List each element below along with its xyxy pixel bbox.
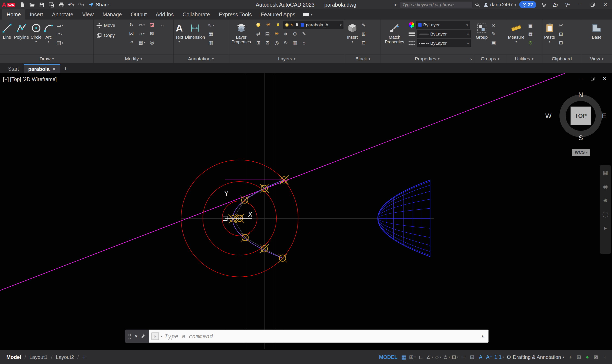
base-view-button[interactable]: Base — [591, 21, 602, 53]
color-wheel-icon[interactable] — [408, 22, 415, 28]
annotation-visibility-toggle[interactable]: A — [476, 352, 485, 362]
viewcube[interactable]: TOP N S W E — [544, 90, 610, 143]
new-layout-button[interactable]: + — [79, 354, 89, 361]
autoscale-toggle[interactable]: A⁺ — [485, 352, 493, 362]
restore-button[interactable] — [588, 0, 598, 9]
erase-button[interactable]: ◪ — [148, 21, 156, 29]
offset-button[interactable]: ◎ — [148, 38, 156, 46]
snap-toggle[interactable]: ⊞▾ — [408, 352, 417, 362]
array-button[interactable]: ▦▾ — [137, 38, 146, 46]
panel-label-draw[interactable]: Draw ▾ — [0, 54, 94, 63]
viewport-visual-style-control[interactable]: [2D Wireframe] — [22, 76, 57, 82]
layer-walk-button[interactable]: ⊠ — [263, 39, 272, 47]
linetype-dropdown[interactable]: ByLayer ▾ — [417, 39, 471, 47]
isodraft-toggle[interactable]: ◇▾ — [434, 352, 442, 362]
tab-featured-apps[interactable]: Featured Apps — [256, 9, 300, 20]
pan-icon[interactable]: ◉ — [603, 183, 608, 190]
customization-button[interactable]: ≡ — [600, 352, 609, 362]
tab-view[interactable]: View — [78, 9, 98, 20]
graphics-performance-button[interactable]: ● — [583, 352, 592, 362]
ortho-toggle[interactable]: ∟ — [417, 352, 425, 362]
viewport-view-control[interactable]: [Top] — [10, 76, 21, 82]
compass-south[interactable]: S — [576, 134, 585, 142]
plot-button[interactable] — [57, 1, 66, 9]
model-space-button[interactable]: MODEL — [377, 354, 400, 360]
save-as-button[interactable] — [47, 1, 56, 9]
copy-button[interactable]: Copy — [95, 31, 125, 40]
drawing-minimize-icon[interactable]: ─ — [577, 76, 584, 82]
line-button[interactable]: Line — [2, 21, 12, 53]
layer-freeze-button[interactable]: ☀ — [272, 30, 281, 38]
layer-thaw-toggle[interactable]: ☀ — [264, 21, 272, 29]
autocad-logo[interactable]: A CAD — [2, 1, 15, 8]
compass-north[interactable]: N — [576, 91, 585, 99]
command-input[interactable] — [164, 333, 478, 339]
store-button[interactable] — [539, 1, 548, 9]
ribbon-display-toggle[interactable]: ▾ — [303, 9, 313, 20]
command-history-toggle-icon[interactable]: ▲ — [481, 334, 485, 338]
ellipse-button[interactable]: ○▾ — [55, 30, 64, 38]
properties-dialog-launcher-icon[interactable]: ↘ — [469, 57, 472, 61]
search-icon[interactable] — [475, 2, 480, 7]
full-navigation-wheel-icon[interactable]: ▦ — [603, 169, 608, 176]
lineweight-list-icon[interactable] — [408, 32, 415, 36]
undo-button[interactable]: ↶ ▾ — [67, 1, 76, 9]
save-button[interactable] — [38, 1, 46, 9]
layer-previous-button[interactable]: ⊞ — [254, 39, 263, 47]
annotation-monitor-button[interactable]: ⊞ — [574, 352, 583, 362]
text-button[interactable]: A Text ▾ — [175, 21, 183, 53]
edit-attributes-button[interactable]: ✎ — [359, 21, 368, 29]
panel-label-layers[interactable]: Layers ▾ — [228, 54, 345, 63]
isolate-objects-button[interactable]: + — [566, 352, 574, 362]
measure-button[interactable]: Measure ▾ — [508, 21, 525, 53]
object-color-dropdown[interactable]: ByLayer ▾ — [416, 21, 470, 29]
arc-button[interactable]: Arc ▾ — [43, 21, 54, 53]
move-button[interactable]: Move — [95, 21, 125, 30]
quick-select-button[interactable]: ▣ — [526, 21, 535, 29]
new-drawing-tab-button[interactable]: + — [60, 64, 71, 73]
tab-home[interactable]: Home — [2, 9, 25, 20]
search-input[interactable] — [400, 1, 472, 8]
minimize-button[interactable]: ─ — [575, 0, 585, 9]
panel-label-block[interactable]: Block ▾ — [345, 54, 380, 63]
group-selection-button[interactable]: ▣ — [490, 39, 498, 47]
layout2-tab[interactable]: Layout2 — [53, 354, 77, 360]
tab-collaborate[interactable]: Collaborate — [178, 9, 214, 20]
insert-block-button[interactable]: Insert ▾ — [347, 21, 358, 53]
rotate-button[interactable]: ↻ — [127, 21, 136, 29]
new-file-button[interactable] — [18, 1, 27, 9]
match-properties-button[interactable]: Match Properties — [382, 21, 407, 53]
redo-button[interactable]: ↷ ▾ — [77, 1, 85, 9]
drawing-area[interactable]: YX [−] [Top] [2D Wireframe] ─ × TOP N S … — [0, 73, 612, 350]
ungroup-button[interactable]: ⊠ — [490, 21, 498, 29]
help-button[interactable]: ? ▾ — [563, 1, 572, 9]
id-point-button[interactable]: ⊙ — [526, 39, 535, 47]
panel-label-clipboard[interactable]: Clipboard — [543, 54, 581, 63]
tab-annotate[interactable]: Annotate — [47, 9, 78, 20]
trial-countdown-badge[interactable]: 27 — [519, 1, 536, 8]
clean-screen-button[interactable]: ⊠ — [592, 352, 600, 362]
showmotion-icon[interactable]: ▸ — [604, 225, 607, 231]
layer-merge-button[interactable]: ◎ — [272, 39, 281, 47]
recent-commands-button[interactable]: ▹ — [151, 333, 159, 340]
lineweight-toggle[interactable]: ≡ — [459, 352, 468, 362]
account-menu[interactable]: danix2467 ▾ — [483, 2, 516, 8]
model-tab[interactable]: Model — [3, 354, 24, 360]
linetype-list-icon[interactable] — [408, 41, 415, 45]
command-customize-wrench-icon[interactable] — [141, 334, 146, 339]
orbit-icon[interactable]: ◯ — [602, 211, 608, 218]
hatch-button[interactable]: ▨▾ — [55, 39, 64, 47]
layer-dropdown[interactable]: ☀ parabola_b ▾ — [284, 21, 343, 29]
panel-label-modify[interactable]: Modify ▾ — [94, 54, 173, 63]
table-button[interactable]: ▦ — [207, 30, 215, 38]
drawing-restore-icon[interactable] — [589, 76, 596, 82]
panel-label-utilities[interactable]: Utilities ▾ — [506, 54, 542, 63]
tab-manage[interactable]: Manage — [98, 9, 126, 20]
compass-east[interactable]: E — [599, 112, 609, 120]
dimension-style-button[interactable]: ▥ — [207, 39, 215, 47]
define-attributes-button[interactable]: ⊟ — [359, 39, 368, 47]
object-snap-toggle[interactable]: ⊡▾ — [451, 352, 459, 362]
panel-label-view[interactable]: View ▾ — [581, 54, 612, 63]
rectangle-button[interactable]: ▭▾ — [55, 21, 64, 29]
tab-insert[interactable]: Insert — [25, 9, 48, 20]
